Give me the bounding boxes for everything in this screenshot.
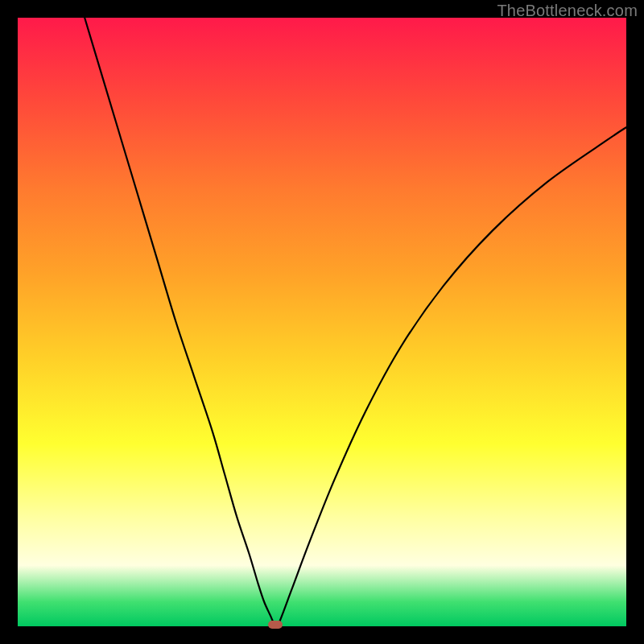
plot-area <box>18 18 626 626</box>
minimum-marker <box>268 621 283 629</box>
chart-frame: TheBottleneck.com <box>0 0 644 644</box>
bottleneck-curve <box>18 18 626 626</box>
